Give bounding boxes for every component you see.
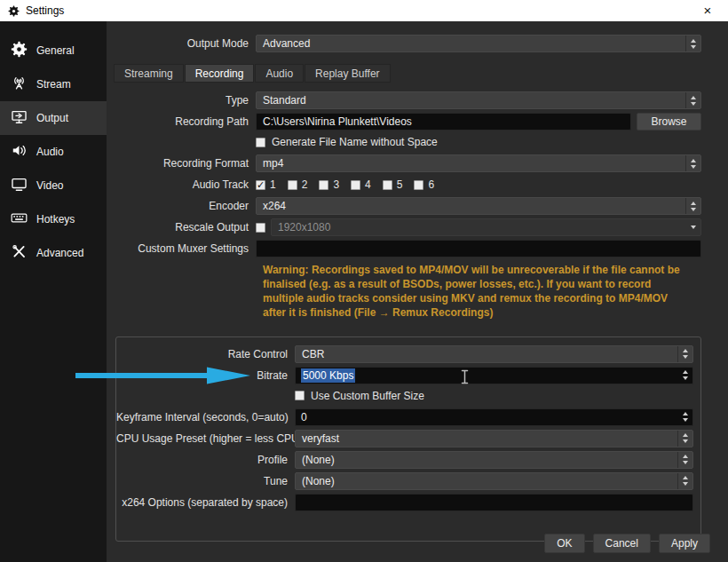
audio-track-3-checkbox[interactable]	[319, 180, 328, 190]
chevron-updown-icon	[677, 473, 692, 489]
audio-track-6-checkbox[interactable]	[414, 180, 423, 190]
row-generate-no-space: Generate File Name without Space	[114, 134, 701, 150]
recording-format-value: mp4	[257, 157, 685, 170]
sidebar-item-general[interactable]: General	[0, 34, 107, 67]
chevron-updown-icon	[677, 431, 692, 447]
row-type: Type Standard	[114, 91, 701, 110]
profile-value: (None)	[296, 454, 677, 466]
rate-control-dropdown[interactable]: CBR	[295, 345, 693, 363]
custom-buffer-checkbox[interactable]	[295, 391, 305, 400]
row-output-mode: Output Mode Advanced	[114, 34, 701, 53]
profile-dropdown[interactable]: (None)	[295, 451, 693, 469]
rate-control-label: Rate Control	[116, 348, 295, 360]
recording-path-value: C:\Users\Nirina Plunkett\Videos	[263, 115, 412, 128]
bitrate-input[interactable]: 5000 Kbps	[295, 367, 693, 384]
recording-path-label: Recording Path	[114, 115, 256, 128]
tab-recording[interactable]: Recording	[185, 64, 255, 83]
audio-track-label: Audio Track	[114, 178, 256, 191]
bitrate-value: 5000 Kbps	[301, 368, 355, 383]
cancel-button[interactable]: Cancel	[593, 534, 651, 553]
generate-no-space-checkbox[interactable]	[256, 138, 265, 147]
tune-dropdown[interactable]: (None)	[295, 472, 693, 490]
rescale-output-label: Rescale Output	[114, 221, 256, 234]
tools-icon	[11, 243, 28, 263]
row-keyframe-interval: Keyframe Interval (seconds, 0=auto) 0	[116, 408, 693, 427]
output-mode-value: Advanced	[257, 37, 685, 50]
type-label: Type	[114, 94, 256, 107]
audio-track-1-checkbox[interactable]: ✓	[256, 180, 265, 190]
encoder-settings-group: Rate Control CBR Bitrate 5000 Kbps	[115, 336, 701, 542]
settings-gear-icon	[8, 5, 20, 17]
ok-button[interactable]: OK	[544, 534, 584, 553]
row-recording-format: Recording Format mp4	[114, 154, 701, 173]
generate-no-space-label: Generate File Name without Space	[272, 136, 438, 148]
chevron-updown-icon	[685, 92, 700, 108]
encoder-label: Encoder	[114, 200, 256, 212]
audio-track-6-label: 6	[428, 178, 434, 191]
row-custom-buffer: Use Custom Buffer Size	[116, 388, 693, 404]
speaker-icon	[11, 142, 28, 162]
type-dropdown[interactable]: Standard	[256, 91, 701, 109]
row-audio-track: Audio Track ✓ 1 2 3 4	[114, 175, 701, 194]
chevron-updown-icon	[685, 155, 700, 171]
cpu-preset-dropdown[interactable]: veryfast	[295, 430, 693, 447]
audio-track-2-checkbox[interactable]	[288, 180, 297, 190]
sidebar-item-label: Video	[36, 179, 63, 192]
recording-format-dropdown[interactable]: mp4	[256, 154, 701, 172]
custom-buffer-label: Use Custom Buffer Size	[311, 390, 424, 402]
custom-muxer-label: Custom Muxer Settings	[114, 242, 256, 255]
x264-options-input[interactable]	[295, 494, 693, 511]
encoder-dropdown[interactable]: x264	[256, 197, 701, 215]
mp4-warning-text: Warning: Recordings saved to MP4/MOV wil…	[263, 264, 680, 321]
chevron-updown-icon	[685, 198, 700, 214]
x264-options-label: x264 Options (separated by space)	[116, 496, 295, 509]
output-icon	[11, 108, 28, 128]
browse-button[interactable]: Browse	[637, 113, 701, 131]
rescale-output-checkbox[interactable]	[256, 223, 265, 233]
tab-replay-buffer[interactable]: Replay Buffer	[305, 64, 391, 83]
sidebar-item-label: Hotkeys	[36, 213, 75, 226]
audio-track-5-checkbox[interactable]	[383, 180, 392, 190]
spinner-arrows-icon[interactable]	[677, 409, 692, 425]
audio-track-3: 3	[319, 178, 339, 191]
row-encoder: Encoder x264	[114, 196, 701, 216]
sidebar-item-video[interactable]: Video	[0, 169, 107, 202]
spinner-arrows-icon[interactable]	[677, 368, 692, 384]
close-icon[interactable]: ×	[695, 0, 720, 21]
chevron-updown-icon	[685, 36, 700, 51]
gear-icon	[11, 41, 28, 60]
row-recording-path: Recording Path C:\Users\Nirina Plunkett\…	[114, 112, 701, 131]
audio-track-3-label: 3	[333, 178, 339, 191]
tab-audio[interactable]: Audio	[255, 64, 304, 83]
audio-track-4-label: 4	[365, 178, 371, 191]
row-profile: Profile (None)	[116, 450, 693, 470]
row-x264-options: x264 Options (separated by space)	[116, 493, 693, 512]
sidebar-item-advanced[interactable]: Advanced	[0, 236, 107, 270]
dialog-footer: OK Cancel Apply	[107, 525, 728, 562]
check-icon: ✓	[257, 180, 265, 190]
sidebar-item-stream[interactable]: Stream	[0, 67, 107, 101]
row-custom-muxer: Custom Muxer Settings	[114, 239, 701, 258]
keyboard-icon	[11, 210, 28, 229]
tab-streaming[interactable]: Streaming	[114, 64, 184, 83]
recording-path-input[interactable]: C:\Users\Nirina Plunkett\Videos	[256, 113, 631, 131]
audio-track-4-checkbox[interactable]	[351, 180, 360, 190]
type-value: Standard	[257, 94, 685, 107]
output-mode-dropdown[interactable]: Advanced	[256, 35, 701, 52]
audio-track-1-label: 1	[270, 178, 276, 191]
custom-muxer-input[interactable]	[256, 240, 701, 257]
audio-track-4: 4	[351, 178, 371, 191]
rescale-resolution-value: 1920x1080	[272, 221, 685, 234]
output-tabs: Streaming Recording Audio Replay Buffer	[114, 64, 701, 83]
sidebar-item-audio[interactable]: Audio	[0, 135, 107, 169]
antenna-icon	[11, 75, 28, 94]
output-mode-label: Output Mode	[114, 37, 256, 50]
audio-track-6: 6	[414, 178, 434, 191]
keyframe-interval-input[interactable]: 0	[295, 408, 693, 426]
sidebar-item-output[interactable]: Output	[0, 101, 107, 135]
audio-track-2: 2	[288, 178, 308, 191]
sidebar-item-label: Output	[36, 112, 68, 124]
window-title: Settings	[26, 4, 64, 17]
apply-button[interactable]: Apply	[659, 534, 710, 553]
sidebar-item-hotkeys[interactable]: Hotkeys	[0, 202, 107, 236]
